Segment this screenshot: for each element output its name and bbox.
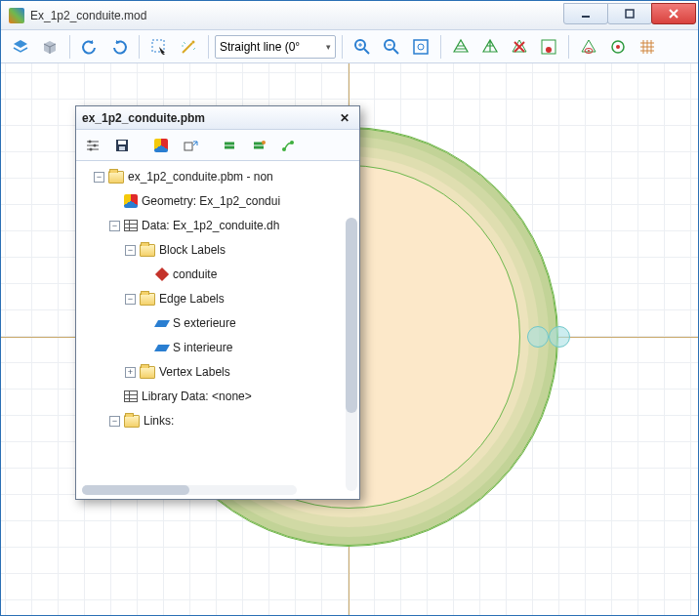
window-buttons	[564, 3, 696, 24]
tree-edge-item[interactable]: S interieure	[80, 338, 355, 357]
mesh-view-icon[interactable]	[535, 33, 562, 61]
tree-links[interactable]: − Links:	[80, 411, 355, 431]
mesh-create-icon[interactable]	[447, 33, 474, 61]
main-toolbar: Straight line (0° ▾	[1, 30, 698, 63]
tree-label: conduite	[173, 267, 217, 281]
svg-point-9	[546, 47, 552, 53]
svg-point-21	[262, 141, 266, 144]
tree-label: Geometry: Ex_1p2_condui	[142, 194, 280, 208]
svg-rect-19	[119, 146, 125, 150]
layers-icon[interactable]	[7, 33, 34, 61]
svg-point-7	[418, 44, 424, 50]
app-icon	[9, 8, 24, 23]
cube-icon[interactable]	[36, 33, 63, 61]
svg-rect-20	[185, 143, 192, 150]
tree-edge-labels[interactable]: − Edge Labels	[80, 289, 355, 308]
panel-close-icon[interactable]: ✕	[336, 109, 353, 127]
svg-point-16	[90, 147, 93, 150]
settings-icon[interactable]	[80, 133, 105, 158]
panel-horizontal-scrollbar[interactable]	[82, 485, 297, 495]
mesh-eye-icon[interactable]	[575, 33, 602, 61]
folder-icon	[124, 415, 140, 428]
save-icon[interactable]	[109, 133, 135, 158]
tree-edge-item[interactable]: S exterieure	[80, 313, 355, 333]
tree-label: Vertex Labels	[159, 365, 230, 379]
title-bar: Ex_1p2_conduite.mod	[1, 1, 698, 30]
svg-point-14	[89, 140, 92, 143]
tree-data[interactable]: − Data: Ex_1p2_conduite.dh	[80, 216, 355, 235]
svg-point-11	[588, 50, 590, 52]
edge-icon	[154, 320, 170, 327]
folder-icon	[140, 366, 155, 379]
vertex-node[interactable]	[549, 326, 570, 348]
mesh-delete-icon[interactable]	[506, 33, 533, 61]
svg-rect-6	[414, 40, 428, 54]
block-icon	[155, 267, 169, 281]
toolbar-separator	[69, 35, 70, 59]
toolbar-separator	[208, 35, 209, 59]
tree-label: ex_1p2_conduite.pbm - non	[128, 170, 273, 184]
tree-block-labels[interactable]: − Block Labels	[80, 240, 355, 260]
table-icon	[124, 390, 138, 402]
grid-toggle-icon[interactable]	[634, 33, 661, 61]
folder-icon	[140, 244, 155, 257]
project-tree[interactable]: − ex_1p2_conduite.pbm - non Geometry: Ex…	[76, 161, 359, 499]
vertex-node[interactable]	[527, 326, 549, 348]
panel-vertical-scrollbar[interactable]	[346, 218, 357, 491]
folder-icon	[108, 171, 124, 184]
window-title: Ex_1p2_conduite.mod	[30, 9, 564, 22]
mesh-refine-icon[interactable]	[476, 33, 504, 61]
folder-icon	[140, 293, 155, 306]
zoom-fit-icon[interactable]	[407, 33, 434, 61]
tree-label: S interieure	[173, 341, 232, 354]
tree-library[interactable]: Library Data: <none>	[80, 387, 355, 406]
line-type-dropdown[interactable]: Straight line (0° ▾	[215, 35, 336, 59]
collapse-icon[interactable]: −	[94, 172, 104, 183]
panel-toolbar	[76, 130, 359, 161]
tree-geometry[interactable]: Geometry: Ex_1p2_condui	[80, 191, 355, 211]
collapse-icon[interactable]: −	[109, 221, 120, 231]
line-type-label: Straight line (0°	[220, 40, 300, 54]
collapse-icon[interactable]: −	[125, 245, 136, 256]
tree-label: Block Labels	[159, 243, 226, 257]
redo-icon[interactable]	[105, 33, 133, 61]
spacer	[141, 343, 151, 353]
expand-icon[interactable]: +	[125, 367, 136, 378]
tree-label: S exterieure	[173, 316, 236, 330]
zoom-out-icon[interactable]	[378, 33, 405, 61]
tree-root[interactable]: − ex_1p2_conduite.pbm - non	[80, 167, 355, 186]
panel-titlebar[interactable]: ex_1p2_conduite.pbm ✕	[76, 106, 359, 130]
equals-green-icon[interactable]	[217, 133, 242, 158]
magic-tool-icon[interactable]	[175, 33, 202, 61]
svg-rect-1	[626, 10, 634, 18]
target-icon[interactable]	[604, 33, 632, 61]
graph-icon[interactable]	[275, 133, 301, 158]
shapes-icon[interactable]	[148, 133, 174, 158]
chevron-down-icon: ▾	[326, 42, 331, 52]
tree-label: Library Data: <none>	[142, 390, 252, 403]
scrollbar-thumb[interactable]	[346, 218, 357, 413]
minimize-button[interactable]	[563, 3, 608, 24]
toolbar-separator	[139, 35, 140, 59]
toolbar-separator	[342, 35, 343, 59]
tree-block-item[interactable]: conduite	[80, 265, 355, 284]
equals-orange-icon[interactable]	[246, 133, 271, 158]
svg-rect-18	[118, 141, 126, 144]
toolbar-separator	[568, 35, 569, 59]
scrollbar-thumb[interactable]	[82, 485, 189, 495]
project-panel: ex_1p2_conduite.pbm ✕ − ex_1p2_conduite.…	[75, 105, 360, 500]
zoom-in-icon[interactable]	[349, 33, 376, 61]
spacer	[141, 318, 151, 329]
collapse-icon[interactable]: −	[125, 294, 136, 305]
select-rect-icon[interactable]	[145, 33, 173, 61]
close-button[interactable]	[651, 3, 696, 24]
tree-label: Links:	[144, 414, 174, 428]
collapse-icon[interactable]: −	[109, 416, 120, 427]
maximize-button[interactable]	[607, 3, 652, 24]
spacer	[141, 269, 151, 280]
transform-icon[interactable]	[178, 133, 203, 158]
geometry-icon	[124, 194, 138, 208]
undo-icon[interactable]	[76, 33, 103, 61]
tree-vertex-labels[interactable]: + Vertex Labels	[80, 362, 355, 382]
table-icon	[124, 220, 138, 231]
